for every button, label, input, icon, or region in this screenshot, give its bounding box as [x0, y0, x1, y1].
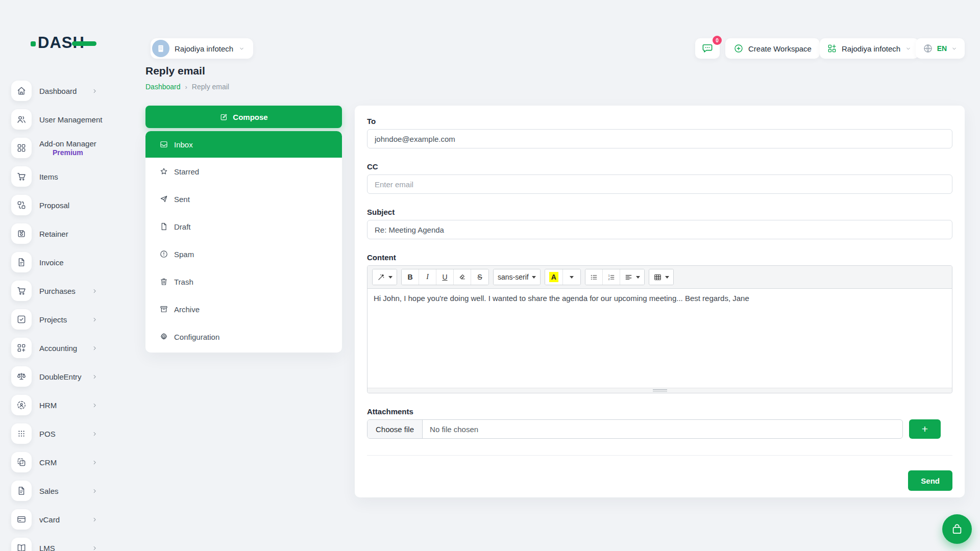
chevron-right-icon [91, 545, 98, 551]
no-file-chosen-text: No file chosen [423, 425, 485, 434]
content-label: Content [367, 253, 952, 262]
sidebar-item-items[interactable]: Items [0, 162, 128, 191]
sidebar-item-proposal[interactable]: Proposal [0, 191, 128, 219]
sidebar-item-badge: Premium [53, 148, 83, 157]
sidebar-item-projects[interactable]: Projects [0, 305, 128, 334]
folder-archive[interactable]: Archive [145, 295, 342, 323]
compose-button[interactable]: Compose [145, 106, 342, 128]
sidebar-item-sales[interactable]: Sales [0, 477, 128, 505]
editor-resize-handle[interactable] [368, 388, 952, 393]
archive-icon [159, 305, 168, 314]
compose-pencil-icon [219, 113, 228, 121]
editor-clear-format-button[interactable] [454, 269, 471, 285]
editor-text-color-button[interactable]: A [545, 269, 563, 285]
send-button[interactable]: Send [908, 470, 952, 491]
squares-plus-icon [16, 343, 27, 353]
file-icon [16, 257, 27, 267]
folder-starred[interactable]: Starred [145, 158, 342, 185]
user-scan-icon [16, 400, 27, 410]
chevron-right-icon [91, 373, 98, 380]
sidebar-item-add-on-manager[interactable]: Add-on Manager Premium [0, 134, 128, 162]
cc-input[interactable] [367, 174, 952, 194]
sidebar-item-dashboard[interactable]: Dashboard [0, 77, 128, 105]
gear-icon [159, 332, 168, 341]
sidebar-item-label: POS [39, 430, 56, 438]
language-label: EN [937, 44, 947, 53]
caret-down-icon [636, 276, 640, 279]
sidebar-item-invoice[interactable]: Invoice [0, 248, 128, 277]
sidebar-item-crm[interactable]: CRM [0, 448, 128, 477]
store-fab-button[interactable] [942, 514, 972, 544]
breadcrumb-separator: › [185, 83, 187, 91]
create-workspace-button[interactable]: Create Workspace [725, 38, 820, 59]
create-workspace-label: Create Workspace [748, 44, 812, 53]
editor-body[interactable]: Hi John, I hope you're doing well. I wan… [368, 289, 952, 388]
chevron-right-icon [91, 116, 98, 123]
sidebar-item-label: Retainer [39, 230, 68, 238]
editor-align-button[interactable] [620, 269, 644, 285]
editor-font-family-select[interactable]: sans-serif [494, 269, 540, 285]
apps-icon [16, 143, 27, 153]
editor-bold-button[interactable]: B [402, 269, 419, 285]
folder-configuration[interactable]: Configuration [145, 323, 342, 350]
swap-icon [16, 200, 27, 210]
sidebar-item-user-management[interactable]: User Management [0, 105, 128, 134]
company-avatar [152, 40, 169, 57]
folder-trash[interactable]: Trash [145, 268, 342, 295]
breadcrumb-current: Reply email [192, 83, 229, 91]
file-icon [16, 486, 27, 496]
to-input[interactable] [367, 129, 952, 148]
workspace-select[interactable]: Rajodiya infotech [820, 38, 919, 59]
editor-style-button[interactable] [373, 269, 397, 285]
sidebar-item-lms[interactable]: LMS [0, 534, 128, 551]
subject-input[interactable] [367, 220, 952, 239]
sidebar-item-vcard[interactable]: vCard [0, 505, 128, 534]
add-attachment-button[interactable]: + [909, 419, 941, 439]
folder-draft[interactable]: Draft [145, 213, 342, 240]
folder-spam[interactable]: Spam [145, 240, 342, 268]
sidebar-item-pos[interactable]: POS [0, 419, 128, 448]
credit-card-icon [16, 514, 27, 524]
sidebar-item-retainer[interactable]: Retainer [0, 219, 128, 248]
workspace-select-label: Rajodiya infotech [842, 44, 900, 53]
star-icon [159, 167, 168, 176]
sidebar-item-label: CRM [39, 458, 57, 467]
workspace-switcher[interactable]: Rajodiya infotech [151, 38, 253, 59]
notifications-button[interactable]: 0 [695, 38, 720, 59]
caret-down-icon [570, 276, 574, 279]
trash-icon [159, 277, 168, 286]
check-square-icon [16, 314, 27, 324]
folder-label: Spam [174, 250, 194, 259]
sidebar-item-doubleentry[interactable]: DoubleEntry [0, 362, 128, 391]
chevron-right-icon [91, 488, 98, 494]
to-field-group: To [367, 117, 952, 148]
chevron-right-icon [91, 431, 98, 437]
editor-text-color-caret[interactable] [563, 269, 580, 285]
sidebar-item-purchases[interactable]: Purchases [0, 277, 128, 305]
rich-text-editor: B I U S sans-serif A 12 [367, 265, 952, 393]
sidebar-item-hrm[interactable]: HRM [0, 391, 128, 419]
sidebar-item-label: Invoice [39, 258, 64, 267]
to-label: To [367, 117, 952, 126]
inbox-icon [159, 140, 168, 149]
choose-file-button[interactable]: Choose file [368, 420, 423, 438]
breadcrumb-dashboard-link[interactable]: Dashboard [145, 83, 181, 91]
logo-dash-bar [72, 41, 96, 46]
editor-strikethrough-button[interactable]: S [471, 269, 488, 285]
alert-icon [159, 249, 168, 259]
send-row: Send [367, 455, 952, 491]
building-icon [156, 43, 166, 54]
folder-sent[interactable]: Sent [145, 185, 342, 213]
editor-numbered-list-button[interactable]: 12 [603, 269, 620, 285]
file-input[interactable]: Choose file No file chosen [367, 419, 903, 439]
editor-underline-button[interactable]: U [436, 269, 454, 285]
sidebar-item-accounting[interactable]: Accounting [0, 334, 128, 362]
editor-table-button[interactable] [649, 269, 673, 285]
folder-inbox[interactable]: Inbox [145, 131, 342, 158]
draft-icon [159, 222, 168, 231]
editor-italic-button[interactable]: I [419, 269, 436, 285]
language-select[interactable]: EN [916, 38, 965, 59]
editor-bullet-list-button[interactable] [585, 269, 603, 285]
dash-logo[interactable]: DASH [31, 35, 96, 51]
folder-label: Draft [174, 222, 191, 231]
